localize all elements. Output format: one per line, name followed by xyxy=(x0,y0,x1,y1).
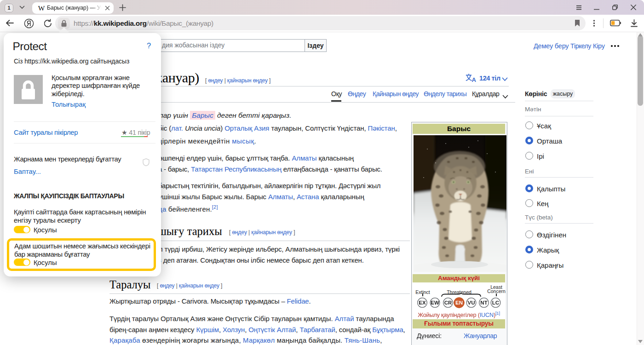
svg-text:EW: EW xyxy=(431,300,439,305)
svg-text:NT: NT xyxy=(480,300,487,305)
svg-text:CR: CR xyxy=(444,300,452,305)
svg-text:VU: VU xyxy=(468,300,475,305)
svg-text:A: A xyxy=(472,76,477,82)
svg-text:W: W xyxy=(38,4,45,12)
svg-text:LC: LC xyxy=(492,300,499,305)
svg-text:EX: EX xyxy=(419,300,426,305)
svg-text:EN: EN xyxy=(455,300,463,305)
